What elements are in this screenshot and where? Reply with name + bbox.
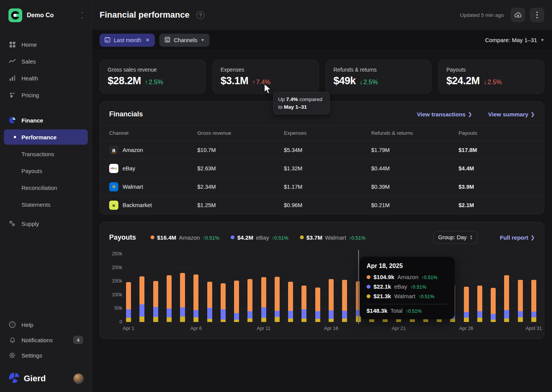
bar-column[interactable]: April 31 (531, 254, 536, 322)
calendar-icon (105, 37, 110, 44)
payouts-card: Payouts $16.4M Amazon ↑0.51% $4.2M eBay (100, 222, 544, 339)
ebay-bar-segment (531, 312, 536, 317)
kpi-label: Gross sales revenue (108, 67, 198, 73)
amazon-bar-segment (315, 287, 320, 311)
bar-column[interactable] (167, 254, 172, 322)
date-filter-chip[interactable]: Last month ✕ (100, 34, 155, 47)
kpi-value: $49k (334, 75, 356, 87)
amazon-bar-segment (193, 274, 198, 310)
amazon-bar-segment (504, 275, 509, 310)
sidebar-item-home[interactable]: Home (4, 37, 88, 52)
amazon-bar-segment (531, 280, 536, 312)
bar-column[interactable] (275, 254, 280, 322)
bar-column[interactable] (518, 254, 523, 322)
page-help-icon[interactable]: ? (197, 11, 205, 19)
amazon-bar-segment (301, 286, 306, 310)
sidebar-item-label: Finance (21, 117, 43, 124)
sidebar-item-finance[interactable]: Finance (4, 113, 88, 128)
kpi-row: Gross sales revenue $28.2M ↑2.5% Expense… (100, 60, 544, 94)
sidebar-item-label: Statements (21, 201, 51, 208)
compare-selector[interactable]: Compare: May 1–31 ▼ (485, 37, 544, 43)
kpi-card-payouts[interactable]: Payouts $24.2M ↓2.5% (438, 60, 544, 94)
gierd-logo-icon (8, 372, 20, 385)
remove-date-filter-icon[interactable]: ✕ (146, 37, 150, 43)
bar-column[interactable] (234, 254, 239, 322)
amazon-bar-segment (139, 276, 144, 304)
bar-column[interactable] (477, 254, 482, 322)
kpi-card-gross-sales[interactable]: Gross sales revenue $28.2M ↑2.5% (100, 60, 206, 94)
bar-column[interactable] (288, 254, 293, 322)
chevron-right-icon: ❯ (531, 111, 535, 117)
walmart-bar-segment (275, 317, 280, 322)
view-summary-link[interactable]: View summary❯ (488, 111, 535, 118)
bar-column[interactable] (180, 254, 185, 322)
amazon-bar-segment (167, 275, 172, 309)
bar-column[interactable]: Apr 11 (261, 254, 266, 322)
sidebar-item-performance[interactable]: Performance (4, 129, 88, 145)
walmart-bar-segment (126, 318, 131, 322)
bar-column[interactable] (504, 254, 509, 322)
workspace-switcher[interactable]: Demo Co ⌃⌄ (4, 7, 88, 24)
bar-column[interactable]: Apr 16 (329, 254, 334, 322)
view-transactions-link[interactable]: View transactions❯ (417, 111, 472, 118)
sidebar-item-notifications[interactable]: Notifications 4 (4, 332, 88, 348)
table-row-walmart[interactable]: ✳Walmart $2.34M $1.17M $0.39M $3.9M (100, 177, 544, 196)
walmart-bar-segment (329, 319, 334, 322)
sidebar-item-label: Settings (21, 352, 42, 359)
filter-bar: Last month ✕ Channels ▼ Compare: May 1–3… (92, 30, 552, 51)
ebay-bar-segment (261, 307, 266, 317)
group-by-select[interactable]: Group: Day ▲▼ (433, 231, 478, 244)
bar-column[interactable] (207, 254, 212, 322)
sidebar-item-label: Notifications (21, 337, 53, 343)
bar-column[interactable] (247, 254, 252, 322)
bar-column[interactable] (153, 254, 158, 322)
channels-filter-chip[interactable]: Channels ▼ (159, 34, 210, 47)
legend-item-ebay[interactable]: $4.2M eBay ↑0.51% (231, 234, 288, 241)
sidebar-item-help[interactable]: ? Help (4, 317, 88, 332)
tooltip-row-ebay: $22.1k eBay ↑0.51% (367, 283, 448, 290)
pricing-icon (8, 91, 16, 99)
sidebar-item-supply[interactable]: Supply (4, 216, 88, 231)
kpi-delta: ↓2.5% (483, 78, 502, 86)
sidebar-item-settings[interactable]: Settings (4, 348, 88, 363)
user-avatar[interactable] (73, 373, 84, 384)
bar-column[interactable] (301, 254, 306, 322)
sidebar-item-pricing[interactable]: Pricing (4, 87, 88, 103)
bar-column[interactable] (491, 254, 496, 322)
table-row-ebay[interactable]: ebayeBay $2.63M $1.32M $0.44M $4.4M (100, 159, 544, 177)
export-button[interactable] (511, 8, 525, 22)
legend-item-walmart[interactable]: $3.7M Walmart ↑0.51% (300, 234, 365, 241)
bar-column[interactable]: Apr 26 (464, 254, 469, 322)
walmart-bar-segment (153, 317, 158, 322)
sidebar-item-reconciliation[interactable]: Reconciliation (4, 180, 88, 195)
bar-column[interactable] (139, 254, 144, 322)
bar-column[interactable] (342, 254, 347, 322)
supply-icon (8, 220, 16, 227)
kpi-card-refunds[interactable]: Refunds & returns $49k ↓2.5% (326, 60, 432, 94)
sidebar-item-sales[interactable]: Sales (4, 54, 88, 69)
chevron-down-icon: ▼ (201, 38, 205, 42)
bar-column[interactable]: Apr 1 (126, 254, 131, 322)
main-area: Financial performance ? Updated 5 min ag… (92, 0, 552, 392)
legend-item-amazon[interactable]: $16.4M Amazon ↑0.51% (151, 234, 219, 241)
ebay-legend-dot (231, 235, 234, 239)
home-icon (8, 41, 16, 48)
full-report-link[interactable]: Full report❯ (500, 234, 535, 241)
bar-column[interactable]: Apr 6 (193, 254, 198, 322)
sidebar-item-transactions[interactable]: Transactions (4, 146, 88, 162)
table-row-backmarket[interactable]: «Backmarket $1.25M $0.96M $0.21M $2.1M (100, 196, 544, 214)
bar-column[interactable] (221, 254, 226, 322)
workspace-caret-icon[interactable]: ⌃⌄ (81, 12, 84, 19)
ebay-bar-segment (207, 308, 212, 319)
ebay-bar-segment (342, 311, 347, 318)
kpi-label: Expenses (221, 67, 311, 73)
sidebar-item-payouts[interactable]: Payouts (4, 163, 88, 178)
sidebar-item-statements[interactable]: Statements (4, 197, 88, 212)
table-row-amazon[interactable]: aAmazon $10.7M $5.34M $1.79M $17.8M (100, 140, 544, 159)
sidebar-item-health[interactable]: Health (4, 70, 88, 86)
bar-column[interactable] (315, 254, 320, 322)
kpi-delta: ↑2.5% (145, 78, 163, 86)
date-filter-label: Last month (114, 37, 141, 43)
more-options-button[interactable] (530, 8, 544, 22)
sidebar-item-label: Reconciliation (21, 185, 57, 191)
